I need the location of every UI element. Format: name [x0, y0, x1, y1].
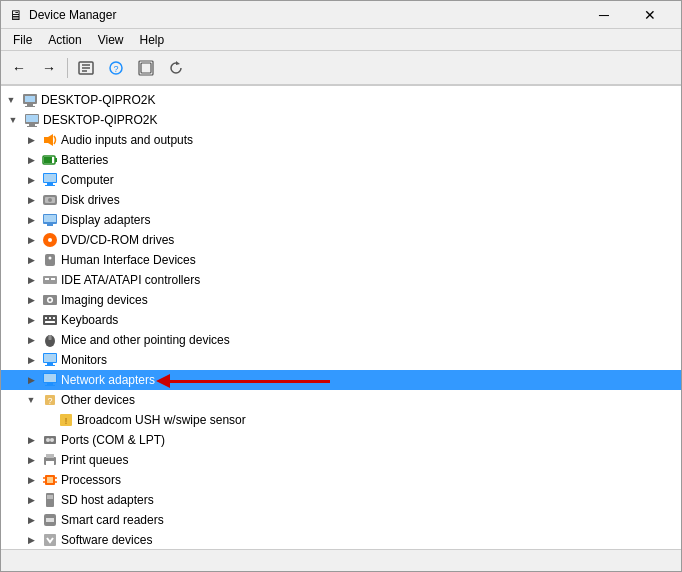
label-mice: Mice and other pointing devices: [61, 333, 230, 347]
tree-item-network[interactable]: ▶Network adapters: [1, 370, 681, 390]
svg-rect-44: [49, 317, 51, 319]
svg-text:?: ?: [113, 64, 118, 74]
icon-hid: [42, 252, 58, 268]
forward-button[interactable]: →: [35, 55, 63, 81]
refresh-button[interactable]: [162, 55, 190, 81]
expand-dvd[interactable]: ▶: [23, 232, 39, 248]
expand-broadcom[interactable]: [39, 412, 55, 428]
menu-file[interactable]: File: [5, 31, 40, 49]
tree-item-monitors[interactable]: ▶Monitors: [1, 350, 681, 370]
tree-item-disk[interactable]: ▶Disk drives: [1, 190, 681, 210]
svg-rect-45: [53, 317, 55, 319]
tree-item-broadcom[interactable]: !Broadcom USH w/swipe sensor: [1, 410, 681, 430]
menu-action[interactable]: Action: [40, 31, 89, 49]
icon-other: ?: [42, 392, 58, 408]
window-title: Device Manager: [29, 8, 116, 22]
expand-ide[interactable]: ▶: [23, 272, 39, 288]
menu-help[interactable]: Help: [132, 31, 173, 49]
label-dvd: DVD/CD-ROM drives: [61, 233, 174, 247]
menu-bar: File Action View Help: [1, 29, 681, 51]
expand-sdhost[interactable]: ▶: [23, 492, 39, 508]
label-imaging: Imaging devices: [61, 293, 148, 307]
status-bar: [1, 549, 681, 571]
svg-text:?: ?: [47, 396, 52, 406]
tree-item-imaging[interactable]: ▶Imaging devices: [1, 290, 681, 310]
toolbar: ← → ?: [1, 51, 681, 85]
expand-root[interactable]: ▼: [5, 112, 21, 128]
svg-point-63: [46, 438, 50, 442]
tree-item-audio[interactable]: ▶Audio inputs and outputs: [1, 130, 681, 150]
tree-item-dvd[interactable]: ▶DVD/CD-ROM drives: [1, 230, 681, 250]
label-audio: Audio inputs and outputs: [61, 133, 193, 147]
tree-item-sdhost[interactable]: ▶SD host adapters: [1, 490, 681, 510]
expand-computer[interactable]: ▶: [23, 172, 39, 188]
tree-item-processors[interactable]: ▶Processors: [1, 470, 681, 490]
icon-keyboards: [42, 312, 58, 328]
tree-item-ports[interactable]: ▶Ports (COM & LPT): [1, 430, 681, 450]
close-button[interactable]: ✕: [627, 1, 673, 29]
back-button[interactable]: ←: [5, 55, 33, 81]
svg-rect-21: [44, 157, 52, 163]
label-ide: IDE ATA/ATAPI controllers: [61, 273, 200, 287]
tree-item-root[interactable]: ▼ DESKTOP-QIPRO2K: [1, 90, 681, 110]
icon-network: [42, 372, 58, 388]
tree-item-hid[interactable]: ▶Human Interface Devices: [1, 250, 681, 270]
svg-rect-78: [44, 534, 56, 546]
expand-keyboards[interactable]: ▶: [23, 312, 39, 328]
tree-panel[interactable]: ▼ DESKTOP-QIPRO2K ▼DESKTOP-QIPRO2K▶Audio…: [1, 86, 681, 549]
expand-print[interactable]: ▶: [23, 452, 39, 468]
scan-hardware-button[interactable]: [132, 55, 160, 81]
icon-display: [42, 212, 58, 228]
svg-rect-31: [47, 224, 53, 226]
tree-item-display[interactable]: ▶Display adapters: [1, 210, 681, 230]
svg-rect-75: [47, 495, 53, 499]
tree-item-mice[interactable]: ▶Mice and other pointing devices: [1, 330, 681, 350]
icon-software: [42, 532, 58, 548]
svg-rect-53: [45, 365, 55, 366]
tree-item-print[interactable]: ▶Print queues: [1, 450, 681, 470]
svg-rect-20: [55, 158, 57, 162]
minimize-button[interactable]: ─: [581, 1, 627, 29]
expand-imaging[interactable]: ▶: [23, 292, 39, 308]
title-bar-left: 🖥 Device Manager: [9, 7, 116, 23]
update-driver-button[interactable]: ?: [102, 55, 130, 81]
expand-root[interactable]: ▼: [3, 92, 19, 108]
svg-text:!: !: [65, 416, 68, 426]
expand-audio[interactable]: ▶: [23, 132, 39, 148]
svg-rect-14: [26, 115, 38, 122]
tree-item-smartcard[interactable]: ▶Smart card readers: [1, 510, 681, 530]
expand-disk[interactable]: ▶: [23, 192, 39, 208]
svg-rect-67: [46, 461, 54, 466]
expand-batteries[interactable]: ▶: [23, 152, 39, 168]
icon-audio: [42, 132, 58, 148]
label-monitors: Monitors: [61, 353, 107, 367]
expand-processors[interactable]: ▶: [23, 472, 39, 488]
svg-point-28: [48, 198, 52, 202]
menu-view[interactable]: View: [90, 31, 132, 49]
expand-software[interactable]: ▶: [23, 532, 39, 548]
svg-rect-7: [141, 63, 151, 73]
expand-network[interactable]: ▶: [23, 372, 39, 388]
tree-item-computer[interactable]: ▶Computer: [1, 170, 681, 190]
expand-display[interactable]: ▶: [23, 212, 39, 228]
tree-item-ide[interactable]: ▶IDE ATA/ATAPI controllers: [1, 270, 681, 290]
properties-button[interactable]: [72, 55, 100, 81]
tree-item-keyboards[interactable]: ▶Keyboards: [1, 310, 681, 330]
expand-ports[interactable]: ▶: [23, 432, 39, 448]
title-bar: 🖥 Device Manager ─ ✕: [1, 1, 681, 29]
tree-item-other[interactable]: ▼?Other devices: [1, 390, 681, 410]
icon-smartcard: [42, 512, 58, 528]
expand-monitors[interactable]: ▶: [23, 352, 39, 368]
tree-item-software[interactable]: ▶Software devices: [1, 530, 681, 549]
expand-mice[interactable]: ▶: [23, 332, 39, 348]
svg-rect-11: [27, 104, 33, 106]
label-display: Display adapters: [61, 213, 150, 227]
label-computer: Computer: [61, 173, 114, 187]
svg-rect-56: [47, 383, 53, 385]
tree-item-batteries[interactable]: ▶Batteries: [1, 150, 681, 170]
expand-hid[interactable]: ▶: [23, 252, 39, 268]
expand-smartcard[interactable]: ▶: [23, 512, 39, 528]
svg-rect-43: [45, 317, 47, 319]
expand-other[interactable]: ▼: [23, 392, 39, 408]
tree-item-root[interactable]: ▼DESKTOP-QIPRO2K: [1, 110, 681, 130]
